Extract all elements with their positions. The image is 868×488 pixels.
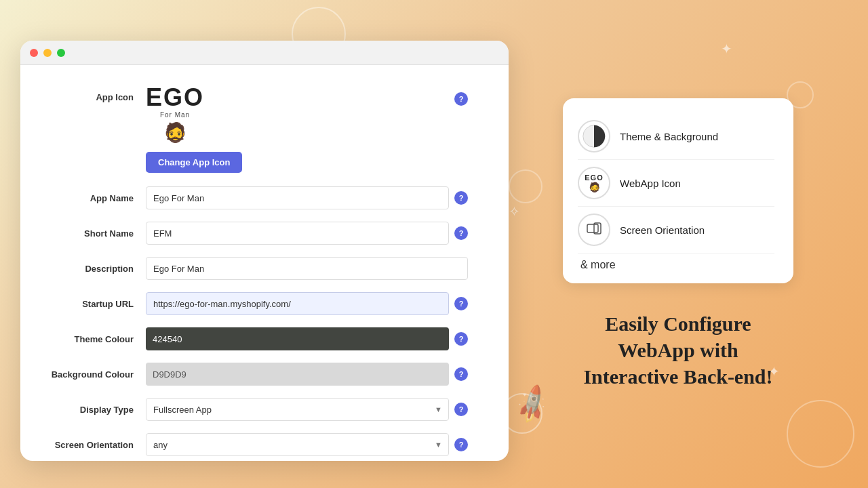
short-name-input[interactable] (146, 222, 449, 245)
hero-text: Easily Configure WebApp with Interactive… (583, 310, 772, 390)
hero-heading: Easily Configure WebApp with Interactive… (583, 310, 772, 390)
short-name-label: Short Name (41, 228, 146, 239)
bg-colour-value: D9D9D9 (153, 369, 186, 380)
hero-line3: Interactive Back-end! (583, 365, 772, 388)
ego-for-man-text: For Man (160, 111, 190, 119)
app-icon-label: App Icon (41, 85, 146, 102)
screen-orientation-select[interactable]: any portrait landscape (146, 433, 449, 456)
feature-item-webapp: EGO 🧔 WebApp Icon (578, 160, 774, 207)
bg-colour-help[interactable]: ? (454, 367, 468, 381)
theme-colour-label: Theme Colour (41, 334, 146, 344)
startup-url-help[interactable]: ? (454, 297, 468, 310)
screen-orientation-help[interactable]: ? (454, 438, 468, 451)
screen-feature-label: Screen Orientation (620, 224, 705, 236)
short-name-row: Short Name ? (41, 222, 468, 245)
screen-icon-wrap (578, 214, 610, 246)
minimize-dot[interactable] (43, 49, 52, 57)
display-type-select-wrap: Fullscreen App Standalone Minimal UI Bro… (146, 398, 449, 421)
panel-top-bar (20, 41, 509, 65)
hero-line1: Easily Configure (605, 312, 751, 335)
startup-url-input[interactable] (146, 292, 449, 315)
webapp-icon-ego: EGO (585, 174, 603, 182)
app-name-row: App Name ? (41, 186, 468, 209)
display-type-label: Display Type (41, 405, 146, 415)
right-panel: Theme & Background EGO 🧔 WebApp Icon Scr… (488, 0, 868, 488)
feature-card: Theme & Background EGO 🧔 WebApp Icon Scr… (563, 98, 793, 283)
display-type-select[interactable]: Fullscreen App Standalone Minimal UI Bro… (146, 398, 449, 421)
app-icon-help[interactable]: ? (454, 92, 468, 106)
form-panel: App Icon EGO For Man 🧔 Change App Icon ?… (20, 41, 509, 461)
startup-url-label: Startup URL (41, 299, 146, 309)
theme-colour-value: 424540 (153, 334, 182, 344)
bg-colour-label: Background Colour (41, 369, 146, 380)
theme-background-icon (582, 124, 606, 148)
description-label: Description (41, 264, 146, 274)
screen-orientation-label: Screen Orientation (41, 440, 146, 450)
display-type-help[interactable]: ? (454, 403, 468, 416)
theme-colour-help[interactable]: ? (454, 332, 468, 346)
close-dot[interactable] (30, 49, 38, 57)
webapp-feature-label: WebApp Icon (620, 178, 681, 189)
ego-logo-text: EGO (146, 85, 204, 110)
change-app-icon-button[interactable]: Change App Icon (146, 152, 242, 173)
bg-colour-row: Background Colour D9D9D9 ? (41, 363, 468, 386)
theme-colour-row: Theme Colour 424540 ? (41, 327, 468, 350)
display-type-row: Display Type Fullscreen App Standalone M… (41, 398, 468, 421)
screen-orientation-icon (585, 220, 604, 239)
startup-url-row: Startup URL ? (41, 292, 468, 315)
bg-colour-swatch[interactable]: D9D9D9 (146, 363, 449, 386)
app-name-input[interactable] (146, 186, 449, 209)
theme-colour-swatch[interactable]: 424540 (146, 327, 449, 350)
description-input[interactable] (146, 257, 468, 280)
short-name-help[interactable]: ? (454, 226, 468, 240)
screen-orientation-row: Screen Orientation any portrait landscap… (41, 433, 468, 456)
beard-icon: 🧔 (163, 121, 187, 144)
app-icon-content: EGO For Man 🧔 Change App Icon (146, 85, 449, 173)
webapp-icon-wrap: EGO 🧔 (578, 167, 610, 199)
description-row: Description (41, 257, 468, 280)
svg-rect-1 (587, 224, 598, 232)
feature-item-screen: Screen Orientation (578, 207, 774, 253)
hero-line2: WebApp with (618, 339, 738, 361)
form-area: App Icon EGO For Man 🧔 Change App Icon ?… (20, 65, 509, 461)
webapp-icon-beard: 🧔 (589, 182, 600, 192)
app-name-help[interactable]: ? (454, 191, 468, 205)
feature-item-theme: Theme & Background (578, 113, 774, 160)
theme-feature-label: Theme & Background (620, 131, 718, 142)
theme-icon-wrap (578, 120, 610, 152)
maximize-dot[interactable] (57, 49, 65, 57)
app-icon-row: App Icon EGO For Man 🧔 Change App Icon ? (41, 85, 468, 173)
more-text: & more (578, 259, 774, 271)
ego-logo: EGO For Man 🧔 (146, 85, 204, 144)
app-name-label: App Name (41, 193, 146, 203)
screen-orientation-select-wrap: any portrait landscape ▼ (146, 433, 449, 456)
